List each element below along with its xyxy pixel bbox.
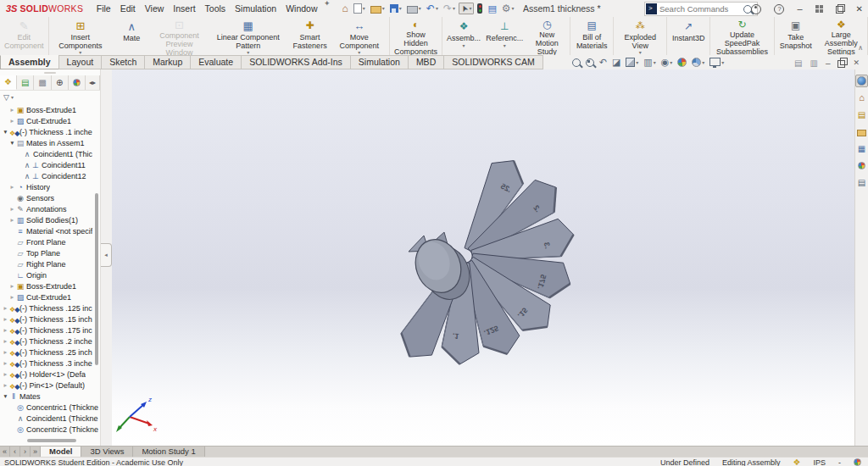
tree-item[interactable]: ∟Origin <box>0 269 100 280</box>
tree-item[interactable]: ▸◔History <box>0 181 100 192</box>
tree-filter-bar[interactable]: ▽ ▾ <box>0 91 100 103</box>
restore-button[interactable] <box>836 3 843 14</box>
displaymanager-tab[interactable] <box>69 75 86 90</box>
tree-expand-icon[interactable]: ▾ <box>8 139 16 147</box>
status-globe-icon[interactable] <box>854 458 861 466</box>
close-button[interactable]: ✕ <box>856 3 863 14</box>
tab-solidworks-cam[interactable]: SOLIDWORKS CAM <box>443 55 542 69</box>
view-settings-dropdown-icon[interactable]: ▾ <box>721 60 724 65</box>
tree-item[interactable]: ∧⊥Coincident12 <box>0 170 100 181</box>
tree-item[interactable]: ▸❖◆(-) Thickness .3 inche <box>0 358 100 369</box>
new-document-dropdown-icon[interactable]: ▾ <box>363 6 365 11</box>
tree-expand-icon[interactable]: ▸ <box>2 359 9 367</box>
tree-item[interactable]: ▸❖◆(-) Thickness .25 inch <box>0 347 100 358</box>
user-account-button[interactable] <box>751 3 761 14</box>
properties-pane-button[interactable]: ▤ <box>794 57 802 67</box>
tab-markup[interactable]: Markup <box>144 55 191 69</box>
filter-icon[interactable]: ▽ <box>3 93 9 102</box>
tree-expand-icon[interactable]: ▸ <box>8 106 16 114</box>
tree-item[interactable]: ▱Top Plane <box>0 247 100 258</box>
ribbon-button-dropdown-icon[interactable]: ▾ <box>463 43 465 48</box>
panel-tab-scroll[interactable]: ◂▸ <box>86 75 100 90</box>
minimize-button[interactable]: – <box>797 3 802 14</box>
save-button[interactable]: ▾ <box>388 3 403 14</box>
ribbon-button-show-hidden-components[interactable]: ◐Show Hidden Components <box>391 17 441 55</box>
undo-dropdown-icon[interactable]: ▾ <box>436 6 438 11</box>
section-view-button[interactable]: ◪ <box>611 58 621 67</box>
options-button[interactable]: ⚙▾ <box>500 3 516 14</box>
view-settings-button[interactable]: ▾ <box>709 58 725 67</box>
print-button[interactable]: ▾ <box>405 4 423 14</box>
tree-expand-icon[interactable]: ▸ <box>2 337 9 345</box>
previous-view-button[interactable]: ↶ <box>598 58 608 67</box>
tab-sketch[interactable]: Sketch <box>101 55 145 69</box>
tree-expand-icon[interactable]: ▸ <box>2 315 9 323</box>
ribbon-button-dropdown-icon[interactable]: ▾ <box>504 43 506 48</box>
tree-item[interactable]: ▾▤Mates in Assem1 <box>0 137 100 148</box>
ribbon-button-move-component[interactable]: ↔Move Component▾ <box>331 17 388 55</box>
new-document-button[interactable]: ▾ <box>352 3 367 14</box>
tree-item[interactable]: ▸❖◆(-) Thickness .175 inc <box>0 325 100 336</box>
search-input[interactable] <box>657 4 743 14</box>
menu-simulation[interactable]: Simulation <box>231 0 281 17</box>
tab-mbd[interactable]: MBD <box>408 55 444 69</box>
tree-item[interactable]: ▸▨Cut-Extrude1 <box>0 291 100 302</box>
tree-item[interactable]: ◎Concentric2 (Thickne <box>0 424 100 435</box>
tree-item[interactable]: ▾❖◆(-) Thickness .1 inche <box>0 126 100 137</box>
tree-item[interactable]: ∧⊥Coincident11 <box>0 159 100 170</box>
home-button[interactable]: ⌂ <box>341 3 350 14</box>
tree-item[interactable]: ▱Right Plane <box>0 258 100 269</box>
search-box[interactable] <box>644 2 758 16</box>
tree-item[interactable]: ▸❖◆(-) Thickness .125 inc <box>0 302 100 313</box>
view-orientation-dropdown-icon[interactable]: ▾ <box>636 60 638 65</box>
tree-item[interactable]: ▸❖◆(-) Thickness .15 inch <box>0 313 100 325</box>
undo-button[interactable]: ↶▾ <box>425 3 440 14</box>
display-style-dropdown-icon[interactable]: ▾ <box>654 60 656 65</box>
ribbon-button-smart-fasteners[interactable]: ✚Smart Fasteners <box>290 17 331 55</box>
hide-show-items-button[interactable]: ◉▾ <box>660 58 674 67</box>
doc-close-button[interactable]: ✕ <box>853 58 860 68</box>
ribbon-button-take-snapshot[interactable]: ▣Take Snapshot <box>776 17 816 55</box>
ribbon-button-referenc[interactable]: ⊥Referenc...▾ <box>484 17 525 55</box>
panel-collapse-handle[interactable]: ◂ <box>101 243 112 267</box>
redo-dropdown-icon[interactable]: ▾ <box>453 6 455 11</box>
menu-insert[interactable]: Insert <box>169 0 200 17</box>
menu-file[interactable]: File <box>92 0 115 17</box>
dimxpert-tab[interactable]: ⊕ <box>52 75 69 90</box>
file-explorer-button[interactable] <box>855 125 868 138</box>
open-dropdown-icon[interactable]: ▾ <box>382 6 385 11</box>
tree-horizontal-scrollbar[interactable] <box>27 439 76 442</box>
menu-tools[interactable]: Tools <box>200 0 231 17</box>
ribbon-collapse-icon[interactable]: ∧ <box>858 44 863 52</box>
tree-expand-icon[interactable]: ▸ <box>2 304 9 312</box>
print-dropdown-icon[interactable]: ▾ <box>419 6 421 11</box>
file-properties-button[interactable]: ▤ <box>486 3 498 14</box>
help-button[interactable]: ? <box>774 3 784 14</box>
tree-expand-icon[interactable]: ▸ <box>2 381 9 389</box>
open-button[interactable]: ▾ <box>369 4 387 14</box>
apply-scene-button[interactable]: ▾ <box>691 58 705 67</box>
assembly-3d-model[interactable]: .25.2.3.175.15.125.1xz <box>112 69 854 446</box>
ribbon-button-mate[interactable]: ∧Mate <box>111 17 152 55</box>
appearances-button[interactable] <box>855 159 868 172</box>
tab-evaluate[interactable]: Evaluate <box>190 55 242 69</box>
tree-item[interactable]: ∧Coincident1 (Thic <box>0 148 100 159</box>
tree-item[interactable]: ▸▣Boss-Extrude1 <box>0 280 100 291</box>
tree-expand-icon[interactable]: ▸ <box>8 205 16 213</box>
tree-expand-icon[interactable]: ▸ <box>8 117 16 125</box>
ribbon-button-new-motion-study[interactable]: ◷New Motion Study <box>526 17 570 55</box>
task-pane-button[interactable]: ▥ <box>810 57 817 67</box>
design-library-button[interactable]: ▤ <box>855 108 868 121</box>
tree-item[interactable]: ▱Front Plane <box>0 236 100 247</box>
view-orientation-button[interactable]: ▾ <box>625 58 639 67</box>
options-dropdown-icon[interactable]: ▾ <box>512 6 515 11</box>
tree-item[interactable]: ▸❖◆(-) Pin<1> (Default) <box>0 380 100 391</box>
tree-item[interactable]: ∧Coincident1 (Thickne <box>0 413 100 424</box>
tree-expand-icon[interactable]: ▸ <box>8 282 16 290</box>
tree-item[interactable]: ▾‖Mates <box>0 391 100 402</box>
tree-expand-icon[interactable]: ▸ <box>8 183 16 191</box>
custom-properties-button[interactable]: ▤ <box>855 176 868 189</box>
zoom-to-area-button[interactable] <box>585 58 595 67</box>
apply-scene-dropdown-icon[interactable]: ▾ <box>702 60 704 65</box>
tab-solidworks-add-ins[interactable]: SOLIDWORKS Add-Ins <box>241 55 351 69</box>
